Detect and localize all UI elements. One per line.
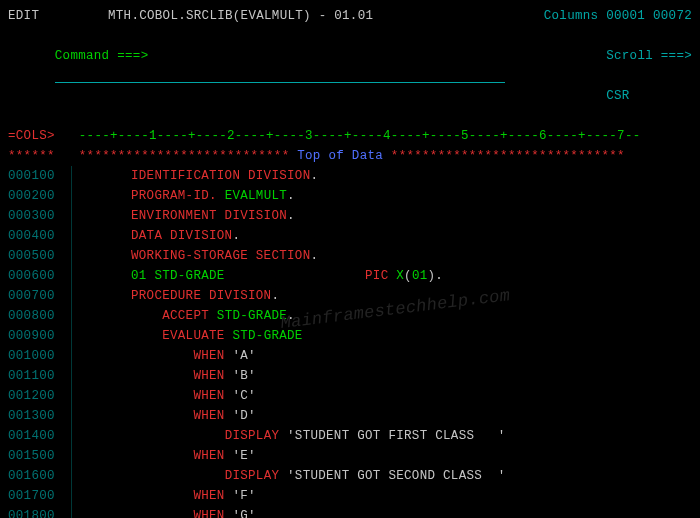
source-line: 000800 ACCEPT STD-GRADE.	[8, 306, 692, 326]
source-area: 000100IDENTIFICATION DIVISION.000200PROG…	[8, 166, 692, 518]
source-line: 000400DATA DIVISION.	[8, 226, 692, 246]
ispf-editor-screen: EDIT MTH.COBOL.SRCLIB(EVALMULT) - 01.01 …	[0, 0, 700, 518]
prefix-gap	[71, 446, 131, 466]
scroll-label: Scroll ===>	[606, 49, 692, 63]
code-text[interactable]: DISPLAY 'STUDENT GOT SECOND CLASS '	[131, 466, 692, 486]
prefix-gap	[71, 386, 131, 406]
code-text[interactable]: WHEN 'A'	[131, 346, 692, 366]
source-line: 000200PROGRAM-ID. EVALMULT.	[8, 186, 692, 206]
code-text[interactable]: WHEN 'E'	[131, 446, 692, 466]
source-line: 001300 WHEN 'D'	[8, 406, 692, 426]
command-line: Command ===> Scroll ===> CSR	[8, 26, 692, 126]
code-text[interactable]: IDENTIFICATION DIVISION.	[131, 166, 692, 186]
code-text[interactable]: WORKING-STORAGE SECTION.	[131, 246, 692, 266]
line-number-prefix[interactable]: 000700	[8, 286, 71, 306]
scroll-value[interactable]: CSR	[606, 89, 629, 103]
command-prompt-label: Command ===>	[55, 49, 149, 63]
line-number-prefix[interactable]: 000600	[8, 266, 71, 286]
line-number-prefix[interactable]: 000800	[8, 306, 71, 326]
line-number-prefix[interactable]: 001800	[8, 506, 71, 518]
prefix-gap	[71, 166, 131, 186]
line-number-prefix[interactable]: 000400	[8, 226, 71, 246]
code-text[interactable]: PROGRAM-ID. EVALMULT.	[131, 186, 692, 206]
code-text[interactable]: WHEN 'D'	[131, 406, 692, 426]
source-line: 001700 WHEN 'F'	[8, 486, 692, 506]
line-number-prefix[interactable]: 001700	[8, 486, 71, 506]
source-line: 001100 WHEN 'B'	[8, 366, 692, 386]
ruler-prefix: =COLS>	[8, 126, 71, 146]
code-text[interactable]: PROCEDURE DIVISION.	[131, 286, 692, 306]
prefix-gap	[71, 306, 131, 326]
code-text[interactable]: ENVIRONMENT DIVISION.	[131, 206, 692, 226]
prefix-gap	[71, 326, 131, 346]
col-to: 00072	[653, 6, 692, 26]
column-ruler: =COLS> ----+----1----+----2----+----3---…	[8, 126, 692, 146]
prefix-gap	[71, 226, 131, 246]
code-text[interactable]: DISPLAY 'STUDENT GOT FIRST CLASS '	[131, 426, 692, 446]
source-line: 001200 WHEN 'C'	[8, 386, 692, 406]
line-number-prefix[interactable]: 000100	[8, 166, 71, 186]
line-number-prefix[interactable]: 000500	[8, 246, 71, 266]
source-line: 001600 DISPLAY 'STUDENT GOT SECOND CLASS…	[8, 466, 692, 486]
command-input[interactable]	[55, 66, 505, 83]
prefix-gap	[71, 366, 131, 386]
code-text[interactable]: WHEN 'B'	[131, 366, 692, 386]
source-line: 001400 DISPLAY 'STUDENT GOT FIRST CLASS …	[8, 426, 692, 446]
code-text[interactable]: ACCEPT STD-GRADE.	[131, 306, 692, 326]
line-number-prefix[interactable]: 001200	[8, 386, 71, 406]
code-text[interactable]: DATA DIVISION.	[131, 226, 692, 246]
line-number-prefix[interactable]: 000900	[8, 326, 71, 346]
source-line: 000700PROCEDURE DIVISION.	[8, 286, 692, 306]
line-number-prefix[interactable]: 001300	[8, 406, 71, 426]
line-number-prefix[interactable]: 000200	[8, 186, 71, 206]
prefix-gap	[71, 246, 131, 266]
columns-label: Columns	[544, 6, 599, 26]
col-from: 00001	[606, 6, 645, 26]
code-text[interactable]: EVALUATE STD-GRADE	[131, 326, 692, 346]
source-line: 001000 WHEN 'A'	[8, 346, 692, 366]
edit-mode-label: EDIT	[8, 6, 108, 26]
prefix-gap	[71, 406, 131, 426]
line-number-prefix[interactable]: 001000	[8, 346, 71, 366]
line-number-prefix[interactable]: 001100	[8, 366, 71, 386]
prefix-gap	[71, 206, 131, 226]
prefix-gap	[71, 286, 131, 306]
prefix-gap	[71, 426, 131, 446]
source-line: 001800 WHEN 'G'	[8, 506, 692, 518]
header-line-1: EDIT MTH.COBOL.SRCLIB(EVALMULT) - 01.01 …	[8, 6, 692, 26]
prefix-gap	[71, 506, 131, 518]
source-line: 001500 WHEN 'E'	[8, 446, 692, 466]
line-number-prefix[interactable]: 001500	[8, 446, 71, 466]
line-number-prefix[interactable]: 001600	[8, 466, 71, 486]
prefix-gap	[71, 186, 131, 206]
line-number-prefix[interactable]: 000300	[8, 206, 71, 226]
code-text[interactable]: WHEN 'F'	[131, 486, 692, 506]
line-number-prefix[interactable]: 001400	[8, 426, 71, 446]
source-line: 00060001 STD-GRADE PIC X(01).	[8, 266, 692, 286]
top-of-data-marker: ****** *************************** Top o…	[8, 146, 692, 166]
prefix-gap	[71, 466, 131, 486]
code-text[interactable]: 01 STD-GRADE PIC X(01).	[131, 266, 692, 286]
source-line: 000900 EVALUATE STD-GRADE	[8, 326, 692, 346]
dataset-name: MTH.COBOL.SRCLIB(EVALMULT) - 01.01	[108, 6, 544, 26]
source-line: 000500WORKING-STORAGE SECTION.	[8, 246, 692, 266]
ruler-scale: ----+----1----+----2----+----3----+----4…	[71, 126, 641, 146]
code-text[interactable]: WHEN 'G'	[131, 506, 692, 518]
prefix-gap	[71, 346, 131, 366]
code-text[interactable]: WHEN 'C'	[131, 386, 692, 406]
prefix-gap	[71, 266, 131, 286]
source-line: 000100IDENTIFICATION DIVISION.	[8, 166, 692, 186]
prefix-gap	[71, 486, 131, 506]
source-line: 000300ENVIRONMENT DIVISION.	[8, 206, 692, 226]
